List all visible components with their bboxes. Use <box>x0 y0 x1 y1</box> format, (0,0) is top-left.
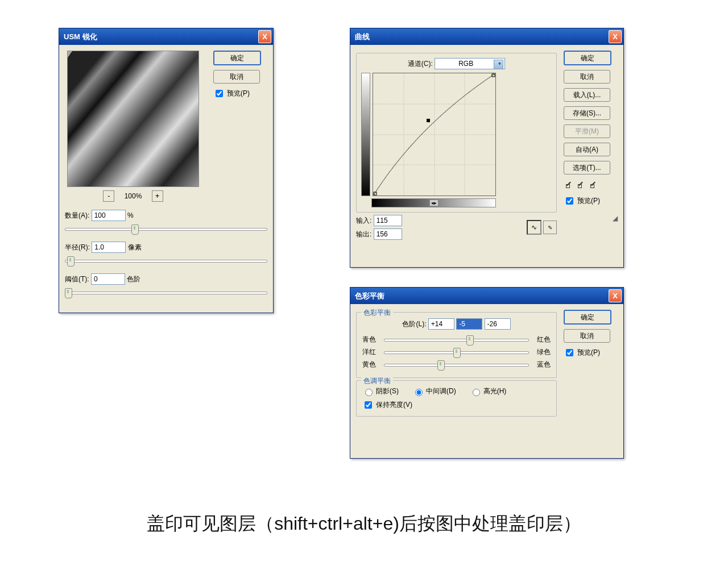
cb-title: 色彩平衡 <box>355 291 384 301</box>
cyan-red-slider[interactable] <box>384 334 529 344</box>
amount-label: 数量(A): <box>65 211 89 219</box>
threshold-unit: 色阶 <box>127 275 140 283</box>
cancel-button[interactable]: 取消 <box>213 70 260 84</box>
color-balance-dialog: 色彩平衡 X 色彩平衡 色阶(L): 青色 红色 洋红 <box>350 287 624 459</box>
save-button[interactable]: 存储(S)... <box>564 106 610 120</box>
usm-sharpen-dialog: USM 锐化 X 确定 取消 预览(P) - 100% + 数量(A): % 半… <box>59 28 274 313</box>
preview-checkbox[interactable]: 预览(P) <box>213 88 267 99</box>
magenta-label: 洋红 <box>362 347 380 357</box>
curves-titlebar[interactable]: 曲线 X <box>350 28 623 45</box>
output-label: 输出: <box>356 230 371 238</box>
blue-label: 蓝色 <box>532 360 551 369</box>
ok-button[interactable]: 确定 <box>213 51 261 65</box>
highlights-radio[interactable]: 高光(H) <box>470 386 507 396</box>
input-value[interactable] <box>374 215 402 226</box>
curves-grid[interactable] <box>373 73 496 196</box>
curves-dialog: 曲线 X 通道(C): RGB <box>350 28 624 268</box>
channel-label: 通道(C): <box>408 60 433 68</box>
close-icon[interactable]: X <box>258 30 271 43</box>
cyan-label: 青色 <box>362 335 380 344</box>
amount-unit: % <box>127 211 134 219</box>
pencil-mode-icon[interactable]: ✎ <box>543 221 557 234</box>
load-button[interactable]: 载入(L)... <box>564 88 610 102</box>
level-3-input[interactable] <box>485 318 511 330</box>
vert-gradient <box>361 73 370 196</box>
usm-preview-image <box>67 51 199 187</box>
amount-slider[interactable] <box>65 223 267 234</box>
shadows-radio[interactable]: 阴影(S) <box>362 386 399 396</box>
cb-titlebar[interactable]: 色彩平衡 X <box>350 288 623 304</box>
preview-checkbox[interactable]: 预览(P) <box>564 347 618 358</box>
zoom-level: 100% <box>125 192 142 200</box>
resize-grip-icon[interactable]: ◢ <box>564 214 618 222</box>
cb-group-label: 色彩平衡 <box>361 308 393 318</box>
red-label: 红色 <box>532 335 551 344</box>
usm-title: USM 锐化 <box>64 32 97 42</box>
levels-label: 色阶(L): <box>402 320 426 328</box>
tone-group-label: 色调平衡 <box>361 376 393 386</box>
horiz-gradient: ◂▸ <box>371 198 496 207</box>
zoom-in-button[interactable]: + <box>152 190 163 202</box>
ok-button[interactable]: 确定 <box>564 51 611 65</box>
smooth-button[interactable]: 平滑(M) <box>564 124 610 138</box>
eyedropper-white-icon[interactable] <box>588 179 598 189</box>
channel-select[interactable]: RGB <box>435 58 505 69</box>
magenta-green-slider[interactable] <box>384 347 529 357</box>
options-button[interactable]: 选项(T)... <box>564 161 610 174</box>
threshold-input[interactable] <box>91 273 125 285</box>
curve-mode-icon[interactable]: ∿ <box>527 220 541 235</box>
yellow-label: 黄色 <box>362 360 380 369</box>
level-2-input[interactable] <box>456 318 482 330</box>
ok-button[interactable]: 确定 <box>564 310 611 325</box>
eyedropper-black-icon[interactable] <box>564 179 574 189</box>
green-label: 绿色 <box>532 347 551 357</box>
cancel-button[interactable]: 取消 <box>564 329 610 343</box>
input-label: 输入: <box>356 217 371 225</box>
usm-titlebar[interactable]: USM 锐化 X <box>59 28 273 45</box>
curves-title: 曲线 <box>355 32 370 42</box>
auto-button[interactable]: 自动(A) <box>564 143 610 156</box>
cancel-button[interactable]: 取消 <box>564 70 610 84</box>
zoom-out-button[interactable]: - <box>103 190 114 202</box>
radius-label: 半径(R): <box>65 243 90 251</box>
radius-slider[interactable] <box>65 255 267 265</box>
yellow-blue-slider[interactable] <box>384 359 529 369</box>
radius-unit: 像素 <box>128 243 142 251</box>
close-icon[interactable]: X <box>609 30 622 43</box>
eyedropper-gray-icon[interactable] <box>576 179 586 189</box>
level-1-input[interactable] <box>428 318 454 330</box>
close-icon[interactable]: X <box>609 289 622 302</box>
preserve-luminosity-checkbox[interactable]: 保持亮度(V) <box>362 400 551 410</box>
amount-input[interactable] <box>92 210 126 221</box>
threshold-slider[interactable] <box>65 287 267 297</box>
preview-checkbox[interactable]: 预览(P) <box>564 196 618 206</box>
midtones-radio[interactable]: 中间调(D) <box>412 386 456 396</box>
threshold-label: 阈值(T): <box>65 275 89 283</box>
output-value[interactable] <box>374 228 402 240</box>
page-caption: 盖印可见图层（shift+ctrl+alt+e)后按图中处理盖印层） <box>0 512 728 537</box>
radius-input[interactable] <box>92 242 126 253</box>
svg-rect-6 <box>427 119 430 122</box>
